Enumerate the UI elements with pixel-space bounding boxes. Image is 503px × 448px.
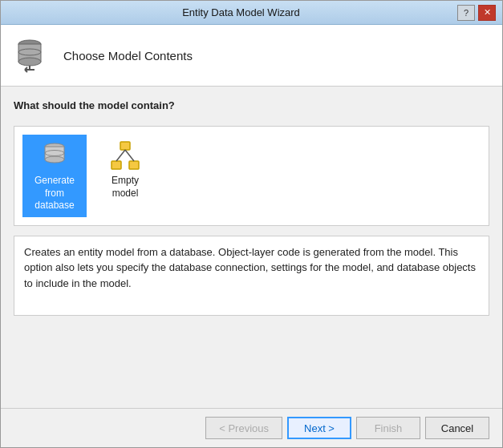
window-title: Entity Data Model Wizard (25, 6, 457, 18)
title-controls: ? ✕ (457, 5, 496, 21)
help-button[interactable]: ? (457, 5, 475, 21)
empty-model-icon (109, 139, 141, 172)
svg-rect-14 (129, 161, 139, 169)
wizard-header: Choose Model Contents (1, 25, 502, 87)
generate-db-label: Generate from database (29, 175, 80, 212)
finish-button[interactable]: Finish (356, 417, 420, 439)
empty-model-label: Empty model (99, 175, 151, 200)
svg-line-16 (125, 150, 134, 161)
previous-button[interactable]: < Previous (205, 417, 282, 439)
footer: < Previous Next > Finish Cancel (1, 408, 502, 447)
svg-rect-13 (112, 161, 121, 169)
svg-line-15 (116, 150, 125, 161)
wizard-header-icon (14, 36, 52, 75)
section-label: What should the model contain? (14, 99, 489, 111)
description-box: Creates an entity model from a database.… (14, 236, 489, 316)
option-generate-from-database[interactable]: Generate from database (22, 135, 87, 217)
svg-rect-12 (120, 142, 130, 150)
svg-point-10 (45, 156, 64, 163)
wizard-window: Entity Data Model Wizard ? ✕ Choos (0, 0, 503, 448)
content-area: What should the model contain? Generate … (1, 87, 502, 408)
description-text: Creates an entity model from a database.… (24, 246, 476, 289)
close-button[interactable]: ✕ (478, 5, 496, 21)
option-empty-model[interactable]: Empty model (93, 135, 157, 217)
next-button[interactable]: Next > (287, 417, 351, 439)
svg-point-2 (18, 58, 41, 66)
cancel-button[interactable]: Cancel (425, 417, 489, 439)
generate-db-icon (39, 139, 71, 172)
header-title: Choose Model Contents (63, 49, 193, 63)
title-bar: Entity Data Model Wizard ? ✕ (1, 1, 502, 25)
model-options-box: Generate from database (14, 126, 489, 226)
